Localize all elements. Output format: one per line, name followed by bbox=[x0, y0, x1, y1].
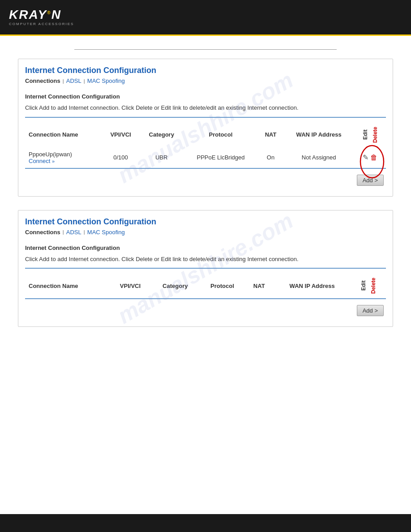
section1-body: Internet Connection Configuration Click … bbox=[18, 89, 393, 196]
breadcrumb2-adsl-link[interactable]: ADSL bbox=[66, 229, 81, 236]
section2-breadcrumb: Connections | ADSL | MAC Spoofing bbox=[18, 229, 393, 240]
section2-description: Click Add to add Internet connection. Cl… bbox=[25, 255, 386, 264]
th-connection-name-1: Connection Name bbox=[25, 122, 102, 147]
section1-title: Internet Connection Configuration bbox=[18, 59, 393, 77]
breadcrumb1-macspoofing-link[interactable]: MAC Spoofing bbox=[87, 77, 125, 84]
section2-add-row: Add > bbox=[25, 301, 386, 320]
section2-table-wrapper: Connection Name VPI/VCI Category Protoco… bbox=[25, 268, 386, 299]
th-delete-label-2: Delete bbox=[370, 278, 377, 294]
section1-heading: Internet Connection Configuration bbox=[25, 93, 386, 100]
td-actions-1: ✎ 🗑 bbox=[354, 147, 386, 168]
section1-container: manualshhire.com Internet Connection Con… bbox=[18, 59, 393, 197]
section1-add-button[interactable]: Add > bbox=[357, 175, 384, 186]
header: KRAY®N COMPUTER ACCESSORIES bbox=[0, 0, 411, 36]
th-edit-delete-1: Edit Delete bbox=[354, 122, 386, 147]
th-category-1: Category bbox=[140, 122, 184, 147]
th-vpi-vci-2: VPI/VCI bbox=[110, 273, 151, 298]
td-connection-name-1: PppoeUp(ipwan) Connect » bbox=[25, 147, 102, 168]
connect-link-1[interactable]: Connect bbox=[29, 158, 50, 164]
td-vpi-vci-1: 0/100 bbox=[102, 147, 139, 168]
td-protocol-1: PPPoE LlcBridged bbox=[184, 147, 258, 168]
breadcrumb1-sep1: | bbox=[63, 78, 64, 84]
section2-heading: Internet Connection Configuration bbox=[25, 245, 386, 251]
logo-subtitle: COMPUTER ACCESSORIES bbox=[9, 22, 74, 26]
section1-description: Click Add to add Internet connection. Cl… bbox=[25, 103, 386, 112]
th-nat-2: NAT bbox=[245, 273, 273, 298]
section2-container: manualshhire.com Internet Connection Con… bbox=[18, 210, 393, 327]
main-content: manualshhire.com Internet Connection Con… bbox=[0, 36, 411, 367]
th-protocol-2: Protocol bbox=[199, 273, 245, 298]
logo-text: KRAY®N bbox=[9, 9, 74, 21]
th-edit-label-2: Edit bbox=[360, 278, 367, 294]
td-category-1: UBR bbox=[140, 147, 184, 168]
breadcrumb2-label: Connections bbox=[25, 229, 60, 236]
section1-table: Connection Name VPI/VCI Category Protoco… bbox=[25, 122, 386, 168]
logo: KRAY®N COMPUTER ACCESSORIES bbox=[9, 9, 74, 26]
section1-add-row: Add > bbox=[25, 171, 386, 189]
section2-add-button[interactable]: Add > bbox=[357, 305, 384, 316]
edit-icon-1[interactable]: ✎ bbox=[363, 153, 368, 162]
th-protocol-1: Protocol bbox=[184, 122, 258, 147]
double-arrow-icon: » bbox=[52, 159, 55, 164]
td-nat-1: On bbox=[258, 147, 283, 168]
th-category-2: Category bbox=[151, 273, 199, 298]
th-edit-label-1: Edit bbox=[362, 127, 368, 143]
table-row: PppoeUp(ipwan) Connect » 0/100 UBR PPPoE… bbox=[25, 147, 386, 168]
section1-breadcrumb: Connections | ADSL | MAC Spoofing bbox=[18, 77, 393, 89]
breadcrumb1-label: Connections bbox=[25, 77, 60, 84]
section2-title: Internet Connection Configuration bbox=[18, 210, 393, 229]
breadcrumb1-adsl-link[interactable]: ADSL bbox=[66, 77, 81, 84]
footer bbox=[0, 514, 411, 532]
top-divider bbox=[74, 49, 337, 50]
th-edit-delete-2: Edit Delete bbox=[351, 273, 386, 298]
section2-body: Internet Connection Configuration Click … bbox=[18, 240, 393, 327]
th-vpi-vci-1: VPI/VCI bbox=[102, 122, 139, 147]
th-delete-label-1: Delete bbox=[372, 127, 378, 143]
delete-icon-1[interactable]: 🗑 bbox=[370, 154, 377, 162]
breadcrumb2-macspoofing-link[interactable]: MAC Spoofing bbox=[87, 229, 125, 236]
th-connection-name-2: Connection Name bbox=[25, 273, 110, 298]
th-nat-1: NAT bbox=[258, 122, 283, 147]
breadcrumb2-sep1: | bbox=[63, 229, 64, 235]
th-wan-ip-2: WAN IP Address bbox=[273, 273, 351, 298]
registered-icon: ® bbox=[47, 10, 51, 15]
connect-link-wrapper: Connect » bbox=[29, 158, 98, 164]
breadcrumb2-sep2: | bbox=[84, 229, 85, 235]
td-wan-ip-1: Not Assigned bbox=[283, 147, 355, 168]
th-wan-ip-1: WAN IP Address bbox=[283, 122, 355, 147]
section1-table-wrapper: Connection Name VPI/VCI Category Protoco… bbox=[25, 117, 386, 169]
connection-name-text: PppoeUp(ipwan) bbox=[29, 151, 98, 158]
section2-table: Connection Name VPI/VCI Category Protoco… bbox=[25, 273, 386, 298]
breadcrumb1-sep2: | bbox=[84, 78, 85, 84]
